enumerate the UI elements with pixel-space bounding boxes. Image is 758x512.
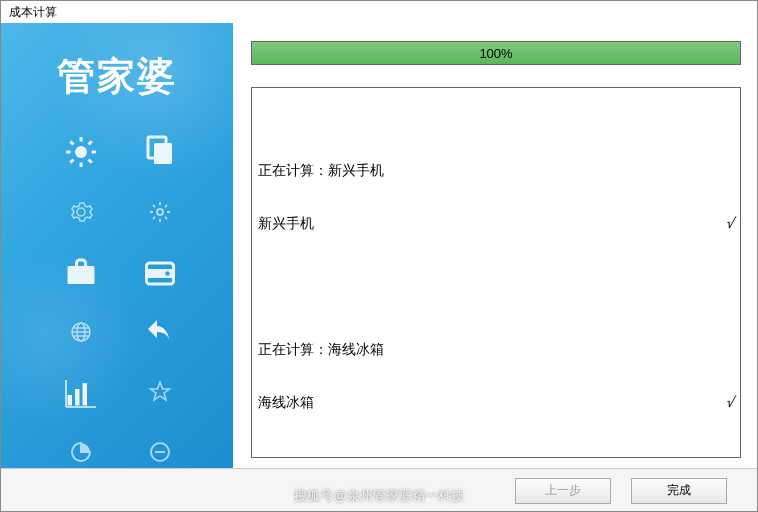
svg-point-11 — [157, 209, 163, 215]
svg-line-7 — [70, 160, 73, 163]
prev-button: 上一步 — [515, 478, 611, 504]
svg-rect-22 — [75, 389, 80, 406]
log-prefix: 正在计算： — [258, 341, 328, 357]
gear-icon — [61, 192, 101, 232]
svg-point-0 — [75, 146, 87, 158]
progress-bar: 100% — [251, 41, 741, 65]
progress-text: 100% — [252, 42, 740, 64]
footer-bar: 上一步 完成 — [1, 468, 757, 512]
svg-rect-12 — [68, 266, 95, 284]
gear-small-icon — [140, 192, 180, 232]
svg-line-8 — [89, 141, 92, 144]
finish-button[interactable]: 完成 — [631, 478, 727, 504]
globe-icon — [61, 312, 101, 352]
copy-icon — [140, 132, 180, 172]
svg-line-6 — [89, 160, 92, 163]
pie-chart-icon — [61, 432, 101, 468]
sidebar: 管家婆 — [1, 23, 233, 468]
log-item-result: 新兴手机 — [258, 215, 714, 233]
log-item-name: 海线冰箱 — [328, 341, 384, 357]
log-prefix: 正在计算： — [258, 162, 328, 178]
log-item-result: 海线冰箱 — [258, 394, 714, 412]
undo-icon — [140, 312, 180, 352]
check-mark-icon: √ — [714, 394, 734, 412]
bar-chart-icon — [61, 372, 101, 412]
sidebar-icon-grid — [1, 122, 233, 468]
svg-line-5 — [70, 141, 73, 144]
svg-rect-21 — [68, 395, 73, 406]
log-item-name: 新兴手机 — [328, 162, 384, 178]
check-mark-icon: √ — [714, 215, 734, 233]
svg-point-15 — [165, 271, 170, 276]
content-area: 管家婆 100% 正在计算：新兴手机 新兴手机√ 正 — [1, 23, 757, 468]
window-title: 成本计算 — [1, 1, 757, 23]
svg-rect-10 — [154, 143, 172, 164]
briefcase-icon — [61, 252, 101, 292]
app-logo: 管家婆 — [1, 23, 233, 122]
wallet-icon — [140, 252, 180, 292]
minus-circle-icon — [140, 432, 180, 468]
sun-icon — [61, 132, 101, 172]
main-panel: 100% 正在计算：新兴手机 新兴手机√ 正在计算：海线冰箱 海线冰箱√ 成本计… — [233, 23, 757, 468]
star-icon — [140, 372, 180, 412]
svg-rect-23 — [83, 383, 88, 406]
log-output[interactable]: 正在计算：新兴手机 新兴手机√ 正在计算：海线冰箱 海线冰箱√ 成本计算完成。 … — [251, 87, 741, 458]
